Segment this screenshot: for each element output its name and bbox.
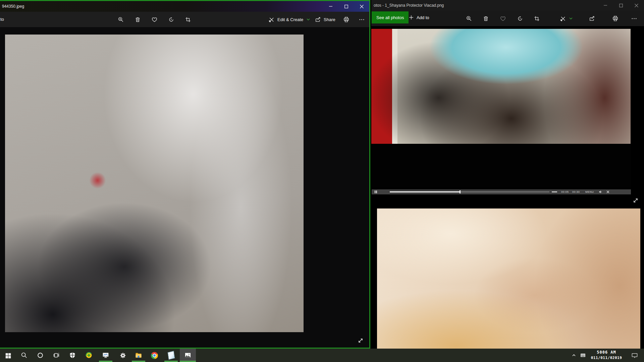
maximize-button[interactable]	[613, 0, 629, 11]
search-icon	[21, 352, 28, 359]
minimize-button[interactable]	[323, 1, 338, 12]
system-monitor-icon	[102, 352, 109, 359]
add-to-button-truncated[interactable]: to	[0, 17, 4, 22]
zoom-button[interactable]	[114, 13, 127, 26]
player-close-button[interactable]	[606, 190, 609, 193]
progress-track[interactable]	[390, 191, 549, 192]
current-time: 00:05	[561, 190, 569, 193]
pause-button[interactable]	[374, 190, 377, 193]
toolbar-right: See all photos Add to	[371, 11, 644, 26]
crop-button[interactable]	[181, 13, 195, 26]
taskbar-search-button[interactable]	[16, 349, 32, 362]
favorite-button[interactable]	[148, 13, 161, 26]
tray-time: 5006 AM	[589, 349, 624, 355]
chevron-down-icon	[569, 16, 573, 21]
crop-button[interactable]	[530, 12, 543, 25]
titlebar-left[interactable]: 944350.jpeg	[0, 1, 369, 12]
tray-clock[interactable]: 5006 AM 011/011/02019	[589, 349, 624, 361]
add-to-button[interactable]: Add to	[406, 11, 433, 23]
chevron-up-icon	[572, 353, 576, 358]
speaker-icon	[599, 190, 602, 193]
photo-view-bottom[interactable]	[377, 208, 640, 349]
settings-button[interactable]	[115, 349, 131, 362]
heart-icon	[151, 16, 158, 23]
favorite-button[interactable]	[496, 12, 509, 25]
tray-date: 011/011/02019	[589, 355, 624, 361]
edit-create-label: Edit & Create	[277, 17, 303, 22]
taskbar: 5006 AM 011/011/02019	[0, 349, 644, 362]
edit-create-icon	[268, 16, 275, 23]
delete-button[interactable]	[131, 13, 144, 26]
expand-icon	[358, 338, 364, 344]
progress-end-mark	[552, 191, 557, 192]
window-title: 944350.jpeg	[2, 1, 24, 12]
progress-fill	[390, 191, 460, 192]
video-player-bar: 00:05 00:30 MENU	[372, 189, 631, 194]
expand-icon	[633, 197, 639, 203]
share-icon	[315, 16, 321, 23]
windows-logo-icon	[5, 352, 11, 359]
video-frame-image[interactable]	[371, 29, 631, 144]
cortana-button[interactable]	[32, 349, 48, 362]
edit-create-button[interactable]	[560, 12, 573, 25]
edit-create-button[interactable]: Edit & Create	[268, 13, 311, 26]
close-icon	[606, 190, 609, 193]
trash-icon	[483, 15, 489, 22]
folder-icon	[135, 352, 142, 359]
toolbar-left: to	[0, 12, 369, 27]
close-button[interactable]	[354, 1, 369, 12]
zoom-in-icon	[118, 16, 124, 23]
share-button[interactable]	[585, 12, 598, 25]
rotate-button[interactable]	[164, 13, 178, 26]
keyboard-icon	[580, 352, 586, 358]
close-icon	[635, 4, 638, 7]
running-indicator-notepad	[164, 361, 178, 362]
print-button[interactable]	[608, 12, 622, 25]
maximize-button[interactable]	[338, 1, 354, 12]
photo-view-left[interactable]	[5, 35, 304, 332]
file-explorer-button[interactable]	[130, 349, 147, 362]
close-button[interactable]	[629, 0, 644, 11]
task-view-icon	[53, 352, 60, 359]
print-button[interactable]	[339, 13, 353, 26]
action-center-button[interactable]	[628, 349, 641, 362]
total-time: 00:30	[572, 190, 580, 193]
cortana-circle-icon	[37, 352, 44, 359]
add-to-label: Add to	[417, 15, 429, 20]
minimize-icon	[604, 4, 607, 7]
more-icon	[359, 16, 365, 23]
zoom-button[interactable]	[462, 12, 476, 25]
more-button[interactable]	[627, 12, 641, 25]
chrome-button[interactable]	[146, 349, 162, 362]
titlebar-right[interactable]: otos - 1_Shayana Protector Viacad.png	[371, 0, 644, 11]
more-button[interactable]	[355, 13, 368, 26]
rotate-button[interactable]	[513, 12, 527, 25]
pause-icon	[374, 190, 377, 193]
see-all-photos-label: See all photos	[376, 15, 404, 20]
fullscreen-button[interactable]	[631, 196, 640, 205]
photos-app-button[interactable]	[180, 349, 196, 362]
more-icon	[631, 15, 637, 22]
touch-keyboard-button[interactable]	[578, 349, 588, 362]
start-button[interactable]	[0, 349, 16, 362]
print-icon	[612, 15, 619, 22]
menu-button[interactable]: MENU	[585, 190, 594, 193]
photos-icon	[184, 352, 192, 359]
task-view-button[interactable]	[48, 349, 64, 362]
system-monitor-button[interactable]	[98, 349, 114, 362]
antivirus-360-icon	[85, 352, 93, 359]
volume-button[interactable]	[599, 190, 602, 193]
minimize-button[interactable]	[598, 0, 613, 11]
antivirus-360-button[interactable]	[81, 349, 97, 362]
share-button[interactable]: Share	[315, 13, 335, 26]
windows-defender-button[interactable]	[64, 349, 80, 362]
zoom-in-icon	[466, 15, 472, 22]
maximize-icon	[619, 4, 623, 7]
trash-icon	[135, 16, 141, 23]
delete-button[interactable]	[479, 12, 492, 25]
progress-knob[interactable]	[460, 190, 461, 193]
fullscreen-button[interactable]	[356, 336, 365, 345]
see-all-photos-button[interactable]: See all photos	[372, 11, 409, 23]
notepad-button[interactable]	[163, 349, 179, 362]
crop-icon	[185, 16, 191, 23]
